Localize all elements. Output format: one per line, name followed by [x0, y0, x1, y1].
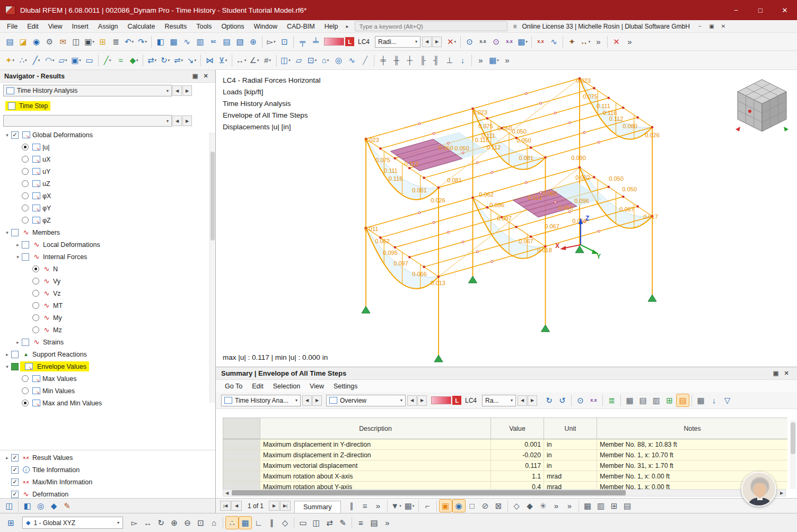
row-height-icon[interactable]: ≡ — [358, 499, 372, 512]
previous-view-button[interactable]: ◀ — [407, 395, 417, 406]
user-avatar[interactable] — [741, 472, 776, 507]
insert-opening-icon[interactable]: ▭ — [83, 54, 96, 67]
previous-step-button[interactable]: ◀ — [172, 116, 182, 126]
filter-results-icon[interactable]: ✎ — [60, 499, 74, 512]
insert-arc-icon[interactable]: ◠▾ — [43, 54, 56, 67]
time-step-combo[interactable]: ▾ — [3, 115, 172, 127]
chevron-down-icon[interactable]: ▾ — [3, 132, 11, 138]
report-composer-icon[interactable]: ▧ — [233, 35, 247, 48]
menu-overflow-icon[interactable]: ▸ — [343, 23, 352, 29]
maximize-button[interactable]: □ — [748, 0, 773, 20]
orbit-view-icon[interactable]: ↻ — [154, 516, 168, 529]
section-y-icon[interactable]: ╫ — [390, 54, 403, 67]
tree-item-my[interactable]: ∿My — [0, 312, 215, 324]
online-services-icon[interactable]: ⊕ — [247, 35, 260, 48]
tree-item-max-min-information[interactable]: ✓x.xMax/Min Information — [0, 476, 215, 488]
summary-menu-edit[interactable]: Edit — [247, 380, 268, 392]
toolbar2-overflow-2-icon[interactable]: » — [501, 54, 514, 67]
cell-value[interactable]: 0.117 — [491, 460, 544, 471]
upper-level-icon[interactable]: ╧ — [309, 35, 322, 48]
previous-case-button[interactable]: ◀ — [518, 395, 527, 406]
work-plane-icon[interactable]: ▭ — [296, 516, 310, 529]
filter-rows-icon[interactable]: ▼▾ — [390, 499, 403, 512]
tables-toggle-icon[interactable]: ▦ — [167, 35, 180, 48]
close-panel-icon[interactable]: ✕ — [200, 73, 211, 79]
walkthrough-camera-icon[interactable]: ◆ — [47, 499, 60, 512]
tree-checkbox[interactable] — [11, 363, 19, 370]
home-view-icon[interactable]: ⌂ — [207, 516, 221, 529]
tree-item--y[interactable]: φY — [0, 202, 215, 214]
previous-page-button[interactable]: ◀ — [231, 501, 242, 511]
zoom-window-icon[interactable]: ⊡ — [194, 516, 207, 529]
table-views-icon[interactable]: ▦▾ — [403, 499, 416, 512]
chevron-right-icon[interactable]: ▸ — [14, 242, 22, 247]
status-overflow-icon[interactable]: » — [381, 516, 394, 529]
menu-calculate[interactable]: Calculate — [122, 23, 160, 30]
tree-checkbox[interactable] — [22, 339, 29, 346]
tree-radio[interactable] — [22, 180, 29, 187]
table-view-list-icon[interactable]: ▤ — [636, 394, 650, 407]
recalculate-icon[interactable]: ↺ — [556, 394, 569, 407]
table-settings-icon[interactable]: ▦ — [694, 394, 707, 407]
table-view-details-icon[interactable]: ▥ — [650, 394, 663, 407]
object-snap-icon[interactable]: ◇ — [278, 516, 292, 529]
minimize-button[interactable]: − — [724, 0, 748, 20]
table-view-compact-icon[interactable]: ▦ — [623, 394, 636, 407]
snap-grid-icon[interactable]: ▦ — [239, 516, 252, 529]
cell-unit[interactable]: in — [544, 439, 597, 450]
dimensions-icon[interactable]: ↔▾ — [234, 54, 248, 67]
table-load-case-selector[interactable]: L LC4 — [431, 396, 479, 405]
insert-line-icon[interactable]: ╱▾ — [30, 54, 43, 67]
column-header-unit[interactable]: Unit — [544, 418, 597, 439]
tree-radio[interactable] — [32, 290, 39, 297]
print-table-icon[interactable]: ▤ — [621, 499, 634, 512]
tree-item-uz[interactable]: uZ — [0, 178, 215, 190]
result-values-icon[interactable]: x.x — [503, 35, 516, 48]
zoom-in-icon[interactable]: ⊕ — [168, 516, 181, 529]
generate-tool-icon[interactable]: ✦ — [565, 35, 579, 48]
navigator-scrollbar[interactable] — [209, 132, 215, 403]
table-result-type-combo[interactable]: Ra...▾ — [482, 395, 516, 406]
tree-item-max-values[interactable]: Max Values — [0, 373, 215, 385]
cell-value[interactable]: 0.001 — [491, 439, 544, 450]
lower-level-icon[interactable]: ╤ — [296, 35, 309, 48]
tree-item-uy[interactable]: uY — [0, 165, 215, 178]
show-loads-icon[interactable]: ⊙ — [463, 35, 476, 48]
summary-menu-settings[interactable]: Settings — [329, 380, 362, 392]
summary-menu-selection[interactable]: Selection — [268, 380, 305, 392]
tree-item-support-reactions[interactable]: ▸▲Support Reactions — [0, 348, 215, 360]
toolbar2-overflow-1-icon[interactable]: » — [474, 54, 487, 67]
row-header[interactable] — [223, 471, 260, 482]
view-visibility-icon[interactable]: ◎ — [34, 499, 47, 512]
cell-notes[interactable]: Member No. 1, x: 10.70 ft — [597, 450, 787, 460]
summary-menu-view[interactable]: View — [305, 380, 329, 392]
move-copy-icon[interactable]: ⇄▾ — [145, 54, 159, 67]
previous-table-button[interactable]: ◀ — [302, 395, 312, 406]
tree-radio[interactable] — [22, 168, 29, 175]
tree-checkbox[interactable] — [22, 253, 29, 261]
visibilities-icon[interactable]: ⊡▾ — [305, 54, 319, 67]
axes-display-icon[interactable]: ⊥ — [443, 54, 456, 67]
menu-results[interactable]: Results — [160, 23, 192, 30]
import-data-icon[interactable]: ↓ — [707, 394, 721, 407]
star-marker-icon[interactable]: ✳ — [537, 499, 550, 512]
section-plane-icon[interactable]: ┼ — [403, 54, 416, 67]
section-x-icon[interactable]: ╪ — [376, 54, 390, 67]
guidelines-icon[interactable]: ∥ — [265, 516, 278, 529]
next-view-button[interactable]: ▶ — [417, 395, 427, 406]
ortho-mode-icon[interactable]: ∟ — [252, 516, 265, 529]
flip-plane-icon[interactable]: ⇄ — [323, 516, 336, 529]
dock-window-icon[interactable]: ⊞ — [4, 516, 17, 529]
navigator-toggle-icon[interactable]: ◧ — [154, 35, 167, 48]
load-case-selector[interactable]: L LC4 — [324, 37, 372, 46]
tree-checkbox[interactable] — [22, 241, 29, 249]
redo-icon[interactable]: ↷▾ — [136, 35, 149, 48]
tree-item-min-values[interactable]: Min Values — [0, 385, 215, 397]
cell-value[interactable]: 0.4 — [491, 482, 544, 489]
float-panel-icon[interactable]: ▣ — [190, 73, 200, 79]
result-diagrams-icon[interactable]: ∿ — [547, 35, 560, 48]
load-values-icon[interactable]: x.x — [476, 35, 489, 48]
tab-summary[interactable]: Summary — [294, 501, 340, 513]
divide-member-icon[interactable]: ⊻▾ — [216, 54, 230, 67]
search-options-icon[interactable]: ≡ — [513, 23, 516, 30]
